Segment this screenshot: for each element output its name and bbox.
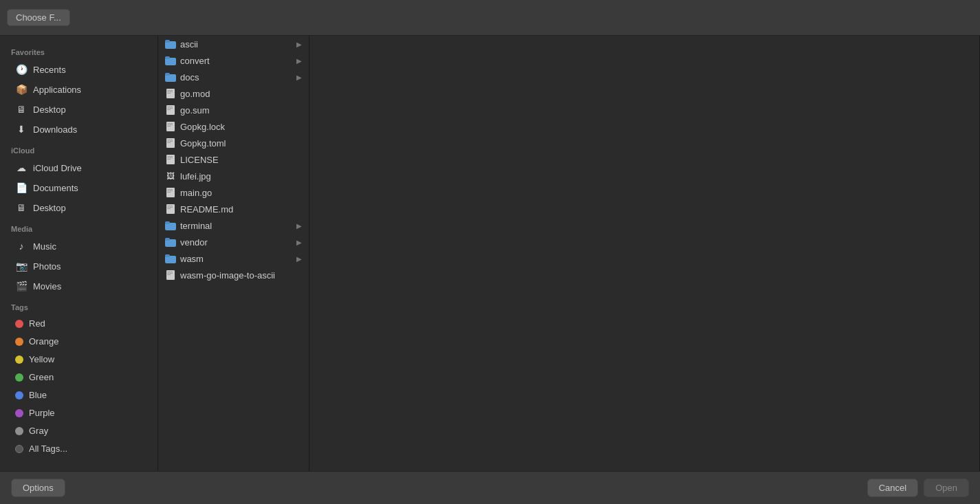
sidebar: Favorites 🕐 Recents 📦 Applications 🖥 Des… bbox=[0, 36, 158, 471]
photos-icon: 📷 bbox=[15, 260, 28, 272]
list-item[interactable]: go.sum bbox=[158, 102, 309, 118]
svg-rect-21 bbox=[167, 142, 171, 143]
tags-section-label: Tags bbox=[0, 296, 157, 314]
list-item[interactable]: main.go bbox=[158, 184, 309, 201]
applications-icon: 📦 bbox=[15, 83, 28, 96]
file-icon bbox=[165, 138, 176, 149]
sidebar-item-movies[interactable]: 🎬 Movies bbox=[4, 276, 153, 296]
icloud-section-label: iCloud bbox=[0, 140, 157, 157]
toolbar: Choose F... bbox=[0, 0, 980, 36]
downloads-icon: ⬇ bbox=[15, 123, 28, 135]
svg-rect-25 bbox=[167, 159, 171, 160]
list-item[interactable]: 🖼lufei.jpg bbox=[158, 168, 309, 184]
list-item[interactable]: go.mod bbox=[158, 85, 309, 102]
sidebar-item-documents[interactable]: 📄 Documents bbox=[4, 178, 153, 197]
file-icon bbox=[165, 105, 176, 116]
svg-rect-43 bbox=[167, 274, 171, 275]
sidebar-item-tag-green[interactable]: Green bbox=[4, 369, 153, 386]
file-icon bbox=[165, 154, 176, 165]
svg-rect-24 bbox=[167, 157, 173, 158]
sidebar-item-icloud-drive[interactable]: ☁ iCloud Drive bbox=[4, 158, 153, 177]
cancel-button[interactable]: Cancel bbox=[867, 479, 918, 497]
sidebar-label-documents: Documents bbox=[33, 183, 78, 193]
svg-rect-42 bbox=[167, 273, 173, 274]
file-icon bbox=[165, 204, 176, 215]
chevron-right-icon: ▶ bbox=[296, 41, 302, 48]
sidebar-item-tag-purple[interactable]: Purple bbox=[4, 404, 153, 421]
open-button[interactable]: Open bbox=[924, 479, 969, 497]
list-item[interactable]: wasm-go-image-to-ascii bbox=[158, 267, 309, 283]
svg-rect-29 bbox=[167, 192, 171, 193]
sidebar-label-green: Green bbox=[29, 372, 54, 382]
media-section-label: Media bbox=[0, 218, 157, 236]
bottom-left: Options bbox=[11, 479, 65, 497]
svg-rect-37 bbox=[165, 238, 170, 241]
list-item[interactable]: README.md bbox=[158, 201, 309, 217]
gray-dot bbox=[15, 427, 23, 435]
svg-rect-8 bbox=[167, 91, 173, 92]
list-item[interactable]: wasm▶ bbox=[158, 250, 309, 267]
list-item[interactable]: docs▶ bbox=[158, 69, 309, 85]
sidebar-item-tag-blue[interactable]: Blue bbox=[4, 386, 153, 404]
file-column-secondary bbox=[309, 36, 980, 471]
sidebar-item-music[interactable]: ♪ Music bbox=[4, 237, 153, 256]
sidebar-label-orange: Orange bbox=[29, 336, 58, 347]
image-icon: 🖼 bbox=[165, 171, 176, 182]
sidebar-item-tag-yellow[interactable]: Yellow bbox=[4, 351, 153, 368]
svg-rect-13 bbox=[167, 109, 171, 110]
desktop-icon: 🖥 bbox=[15, 103, 28, 116]
sidebar-item-all-tags[interactable]: All Tags... bbox=[4, 440, 153, 457]
blue-dot bbox=[15, 391, 23, 399]
chevron-right-icon: ▶ bbox=[296, 239, 302, 246]
svg-rect-31 bbox=[167, 206, 173, 206]
folder-icon bbox=[165, 253, 176, 264]
file-item-name: main.go bbox=[180, 188, 212, 198]
sidebar-item-photos[interactable]: 📷 Photos bbox=[4, 256, 153, 276]
list-item[interactable]: vendor▶ bbox=[158, 234, 309, 250]
file-icon bbox=[165, 270, 176, 281]
sidebar-label-movies: Movies bbox=[33, 281, 61, 292]
svg-rect-39 bbox=[165, 254, 170, 257]
list-item[interactable]: LICENSE bbox=[158, 151, 309, 168]
file-item-name: README.md bbox=[180, 204, 233, 215]
list-item[interactable]: Gopkg.toml bbox=[158, 135, 309, 151]
file-item-name: Gopkg.lock bbox=[180, 122, 225, 132]
sidebar-label-icloud-drive: iCloud Drive bbox=[33, 163, 82, 173]
svg-rect-33 bbox=[167, 208, 171, 209]
sidebar-label-purple: Purple bbox=[29, 408, 55, 418]
svg-rect-3 bbox=[165, 56, 170, 59]
list-item[interactable]: convert▶ bbox=[158, 52, 309, 69]
sidebar-label-gray: Gray bbox=[29, 426, 48, 436]
sidebar-item-applications[interactable]: 📦 Applications bbox=[4, 80, 153, 99]
sidebar-item-downloads[interactable]: ⬇ Downloads bbox=[4, 120, 153, 139]
list-item[interactable]: Gopkg.lock bbox=[158, 118, 309, 135]
sidebar-item-desktop[interactable]: 🖥 Desktop bbox=[4, 100, 153, 119]
sidebar-label-photos: Photos bbox=[33, 261, 61, 272]
orange-dot bbox=[15, 338, 23, 346]
folder-icon bbox=[165, 237, 176, 248]
svg-rect-19 bbox=[167, 140, 173, 140]
svg-rect-15 bbox=[167, 123, 173, 124]
favorites-section-label: Favorites bbox=[0, 41, 157, 59]
chevron-right-icon: ▶ bbox=[296, 255, 302, 263]
sidebar-item-recents[interactable]: 🕐 Recents bbox=[4, 60, 153, 79]
sidebar-label-blue: Blue bbox=[29, 390, 47, 400]
file-item-name: go.mod bbox=[180, 89, 210, 99]
svg-rect-7 bbox=[167, 90, 173, 91]
list-item[interactable]: terminal▶ bbox=[158, 217, 309, 234]
sidebar-item-tag-red[interactable]: Red bbox=[4, 315, 153, 332]
sidebar-item-desktop-icloud[interactable]: 🖥 Desktop bbox=[4, 198, 153, 217]
sidebar-item-tag-orange[interactable]: Orange bbox=[4, 333, 153, 350]
list-item[interactable]: ascii▶ bbox=[158, 36, 309, 52]
sidebar-label-applications: Applications bbox=[33, 85, 81, 95]
file-item-name: LICENSE bbox=[180, 155, 219, 165]
svg-rect-20 bbox=[167, 141, 173, 142]
svg-rect-23 bbox=[167, 156, 173, 157]
svg-rect-27 bbox=[167, 189, 173, 190]
options-button[interactable]: Options bbox=[11, 479, 65, 497]
choose-button[interactable]: Choose F... bbox=[7, 9, 70, 26]
svg-rect-12 bbox=[167, 108, 173, 109]
sidebar-item-tag-gray[interactable]: Gray bbox=[4, 422, 153, 439]
svg-rect-11 bbox=[167, 107, 173, 107]
chevron-right-icon: ▶ bbox=[296, 57, 302, 65]
